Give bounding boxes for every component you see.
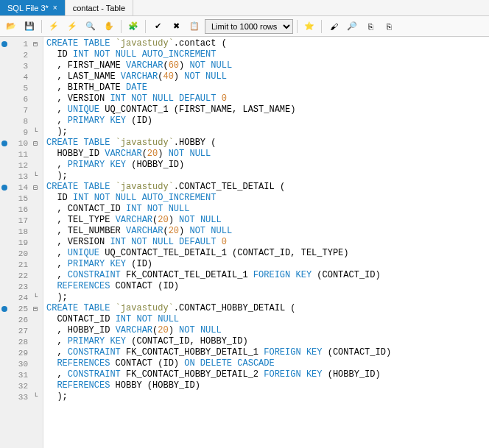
code-line[interactable]: CREATE TABLE `javastudy`.HOBBY ( xyxy=(46,138,489,149)
code-line[interactable]: ); xyxy=(46,127,489,138)
code-line[interactable]: ); xyxy=(46,171,489,182)
code-line[interactable]: ID INT NOT NULL AUTO_INCREMENT xyxy=(46,49,489,60)
code-line[interactable]: , PRIMARY KEY (ID) xyxy=(46,259,489,270)
code-line[interactable]: , CONTACT_ID INT NOT NULL xyxy=(46,204,489,215)
code-line[interactable]: CONTACT_ID INT NOT NULL xyxy=(46,314,489,325)
code-line[interactable]: , PRIMARY KEY (CONTACT_ID, HOBBY_ID) xyxy=(46,336,489,347)
code-line[interactable]: , VERSION INT NOT NULL DEFAULT 0 xyxy=(46,93,489,104)
stop-button[interactable]: ✋ xyxy=(101,18,117,35)
code-line[interactable]: , HOBBY_ID VARCHAR(20) NOT NULL xyxy=(46,325,489,336)
open-button[interactable]: 📂 xyxy=(3,18,19,35)
gutter-row[interactable]: 13└ xyxy=(0,171,43,182)
code-line[interactable]: , LAST_NAME VARCHAR(40) NOT NULL xyxy=(46,71,489,82)
gutter-row[interactable]: 8 xyxy=(0,115,43,127)
code-line[interactable]: , TEL_TYPE VARCHAR(20) NOT NULL xyxy=(46,215,489,226)
gutter-row[interactable]: 14⊟ xyxy=(0,182,43,193)
gutter-row[interactable]: 28 xyxy=(0,336,43,347)
tab-contact-table[interactable]: contact - Table xyxy=(66,0,133,15)
code-line[interactable]: REFERENCES CONTACT (ID) ON DELETE CASCAD… xyxy=(46,358,489,369)
commit-button[interactable]: ✔ xyxy=(149,18,166,35)
gutter-row[interactable]: 7 xyxy=(0,104,43,115)
code-line[interactable]: , TEL_NUMBER VARCHAR(20) NOT NULL xyxy=(46,226,489,237)
code-line[interactable]: REFERENCES HOBBY (HOBBY_ID) xyxy=(46,380,489,391)
fold-toggle[interactable]: ⊟ xyxy=(31,139,40,148)
gutter-row[interactable]: 29 xyxy=(0,347,43,358)
gutter-row[interactable]: 19 xyxy=(0,237,43,248)
gutter-row[interactable]: 16 xyxy=(0,204,43,215)
gutter-row[interactable]: 2 xyxy=(0,49,43,60)
gutter-row[interactable]: 26 xyxy=(0,314,43,325)
gutter-row[interactable]: 11 xyxy=(0,149,43,160)
code-line[interactable]: CREATE TABLE `javastudy`.contact ( xyxy=(46,38,489,49)
code-line[interactable]: CREATE TABLE `javastudy`.CONTACT_HOBBY_D… xyxy=(46,303,489,314)
code-line[interactable]: , VERSION INT NOT NULL DEFAULT 0 xyxy=(46,237,489,248)
tab-sql-file[interactable]: SQL File 3* × xyxy=(0,0,66,15)
panel2-button[interactable]: ⎘ xyxy=(381,18,397,35)
code-line[interactable]: , BIRTH_DATE DATE xyxy=(46,82,489,93)
gutter-row[interactable]: 25⊟ xyxy=(0,303,43,314)
sql-editor[interactable]: 1⊟23456789└10⊟111213└14⊟1516171819202122… xyxy=(0,37,489,448)
brush-button[interactable]: 🖌 xyxy=(326,18,342,35)
fold-toggle[interactable]: └ xyxy=(31,128,40,136)
fold-toggle[interactable]: ⊟ xyxy=(31,305,40,313)
close-icon[interactable]: × xyxy=(53,4,57,12)
breakpoint-marker[interactable] xyxy=(1,306,7,312)
explain-button[interactable]: 🔍 xyxy=(82,18,99,35)
gutter-row[interactable]: 3 xyxy=(0,60,43,71)
gutter-row[interactable]: 23 xyxy=(0,281,43,292)
gutter-row[interactable]: 10⊟ xyxy=(0,138,43,149)
search-button[interactable]: 🔎 xyxy=(344,18,360,35)
code-line[interactable]: CREATE TABLE `javastudy`.CONTACT_TEL_DET… xyxy=(46,182,489,193)
gutter-row[interactable]: 21 xyxy=(0,259,43,270)
fold-toggle[interactable]: └ xyxy=(31,172,40,180)
code-line[interactable]: , PRIMARY KEY (ID) xyxy=(46,115,489,127)
autocommit-button[interactable]: 📋 xyxy=(186,18,203,35)
gutter-row[interactable]: 4 xyxy=(0,71,43,82)
fold-toggle[interactable]: └ xyxy=(31,393,40,401)
gutter-row[interactable]: 27 xyxy=(0,325,43,336)
gutter-row[interactable]: 32 xyxy=(0,380,43,391)
token xyxy=(46,380,57,391)
gutter-row[interactable]: 24└ xyxy=(0,292,43,303)
code-line[interactable]: ); xyxy=(46,391,489,402)
code-line[interactable]: REFERENCES CONTACT (ID) xyxy=(46,281,489,292)
code-line[interactable]: , CONSTRAINT FK_CONTACT_TEL_DETAIL_1 FOR… xyxy=(46,270,489,281)
execute-button[interactable]: ⚡ xyxy=(46,18,62,35)
fold-toggle[interactable]: └ xyxy=(31,294,40,302)
gutter-row[interactable]: 6 xyxy=(0,93,43,104)
code-area[interactable]: CREATE TABLE `javastudy`.contact ( ID IN… xyxy=(43,37,489,448)
save-button[interactable]: 💾 xyxy=(21,18,38,35)
toggle-button[interactable]: 🧩 xyxy=(125,18,141,35)
breakpoint-marker[interactable] xyxy=(1,185,7,191)
gutter-row[interactable]: 20 xyxy=(0,248,43,259)
gutter-row[interactable]: 9└ xyxy=(0,127,43,138)
code-line[interactable]: , UNIQUE UQ_CONTACT_1 (FIRST_NAME, LAST_… xyxy=(46,104,489,115)
execute-script-button[interactable]: ⚡ xyxy=(64,18,80,35)
gutter-row[interactable]: 30 xyxy=(0,358,43,369)
rollback-button[interactable]: ✖ xyxy=(168,18,184,35)
code-line[interactable]: , CONSTRAINT FK_CONTACT_HOBBY_DETAIL_1 F… xyxy=(46,347,489,358)
gutter-row[interactable]: 33└ xyxy=(0,391,43,402)
code-line[interactable]: , PRIMARY KEY (HOBBY_ID) xyxy=(46,160,489,171)
panel1-button[interactable]: ⎘ xyxy=(362,18,379,35)
fold-toggle[interactable]: ⊟ xyxy=(31,40,40,49)
gutter-row[interactable]: 5 xyxy=(0,82,43,93)
gutter-row[interactable]: 15 xyxy=(0,193,43,204)
code-line[interactable]: HOBBY_ID VARCHAR(20) NOT NULL xyxy=(46,149,489,160)
limit-rows-select[interactable]: Limit to 1000 rows xyxy=(205,19,293,34)
code-line[interactable]: , FIRST_NAME VARCHAR(60) NOT NULL xyxy=(46,60,489,71)
fold-toggle[interactable]: ⊟ xyxy=(31,183,40,192)
gutter-row[interactable]: 12 xyxy=(0,160,43,171)
gutter-row[interactable]: 31 xyxy=(0,369,43,380)
breakpoint-marker[interactable] xyxy=(1,41,7,47)
beautify-button[interactable]: ⭐ xyxy=(301,18,317,35)
code-line[interactable]: , UNIQUE UQ_CONTACT_TEL_DETAIL_1 (CONTAC… xyxy=(46,248,489,259)
gutter-row[interactable]: 22 xyxy=(0,270,43,281)
gutter-row[interactable]: 1⊟ xyxy=(0,38,43,49)
gutter-row[interactable]: 17 xyxy=(0,215,43,226)
code-line[interactable]: ); xyxy=(46,292,489,303)
code-line[interactable]: ID INT NOT NULL AUTO_INCREMENT xyxy=(46,193,489,204)
gutter-row[interactable]: 18 xyxy=(0,226,43,237)
breakpoint-marker[interactable] xyxy=(1,141,7,146)
code-line[interactable]: , CONSTRAINT FK_CONTACT_HOBBY_DETAIL_2 F… xyxy=(46,369,489,380)
